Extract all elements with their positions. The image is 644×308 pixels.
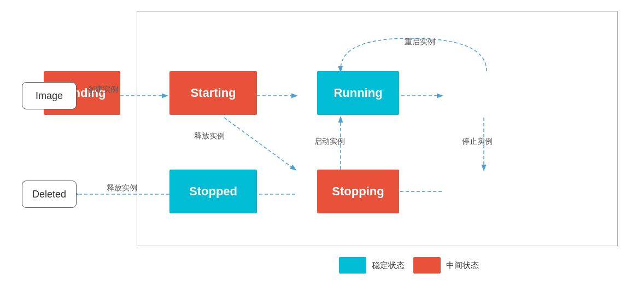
state-stopping: Stopping	[317, 170, 399, 213]
deleted-box: Deleted	[22, 181, 77, 208]
label-release-instance-1: 释放实例	[194, 131, 225, 141]
image-box: Image	[22, 82, 77, 109]
diagram-container: Pending Starting Running Stopped Stoppin…	[11, 11, 633, 279]
label-restart-instance: 重启实例	[405, 37, 435, 47]
legend-cyan-box	[339, 257, 366, 274]
state-starting: Starting	[169, 71, 257, 115]
label-start-instance: 启动实例	[314, 137, 345, 147]
legend-orange-box	[413, 257, 441, 274]
legend: 稳定状态 中间状态	[339, 257, 479, 274]
state-running: Running	[317, 71, 399, 115]
legend-intermediate: 中间状态	[413, 257, 479, 274]
legend-stable: 稳定状态	[339, 257, 405, 274]
label-stop-instance: 停止实例	[462, 137, 493, 147]
label-release-instance-2: 释放实例	[107, 183, 137, 193]
label-create-instance: 创建实例	[87, 85, 118, 95]
state-stopped: Stopped	[169, 170, 257, 213]
